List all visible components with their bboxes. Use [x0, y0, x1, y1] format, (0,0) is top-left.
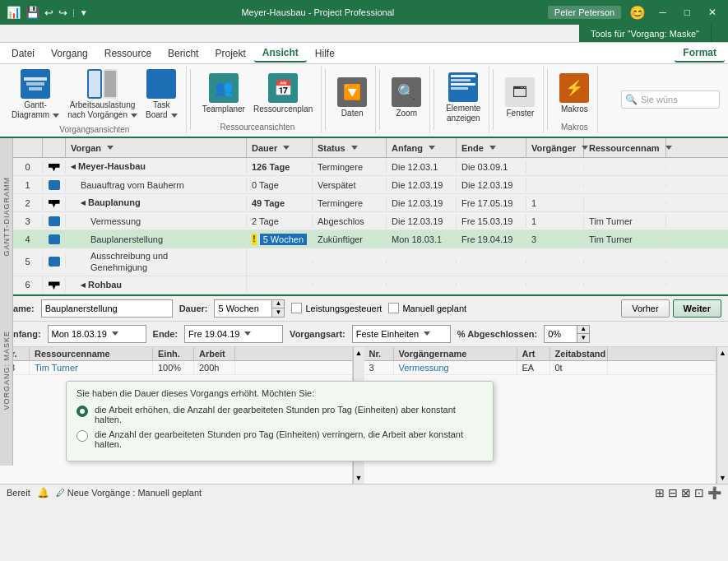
radio-option-1[interactable] [77, 406, 88, 417]
cell-status-3: Abgeschlos [313, 215, 387, 228]
pred-table-header: Nr. Vorgängername Art Zeitabstand [364, 347, 716, 361]
status-icon-3[interactable]: ⊠ [681, 486, 691, 499]
arbeitsauslastung-btn[interactable]: Arbeitsauslastungnach Vorgängen [64, 67, 141, 122]
table-row[interactable]: 3 Vermessung 2 Tage Abgeschlos Die 12.03… [13, 212, 728, 230]
prev-btn[interactable]: Vorher [621, 299, 669, 318]
cell-icon-3 [43, 215, 66, 228]
table-row[interactable]: 0 ◂ Meyer-Hausbau 126 Tage Termingere Di… [13, 158, 728, 176]
menu-bericht[interactable]: Bericht [160, 45, 206, 62]
start-dropdown-icon[interactable] [112, 332, 118, 336]
end-dropdown-icon[interactable] [244, 332, 251, 336]
tooltip-option-2[interactable]: die Anzahl der gearbeiteten Stunden pro … [77, 429, 483, 449]
tools-context-tab[interactable]: Tools für "Vorgang: Maske" [579, 25, 712, 42]
menu-vorgang[interactable]: Vorgang [43, 45, 96, 62]
radio-option-2[interactable] [77, 430, 88, 442]
cb-leistungsgesteuert[interactable] [291, 303, 302, 313]
tooltip-title: Sie haben die Dauer dieses Vorgangs erhö… [77, 388, 483, 398]
elemente-btn[interactable]: Elementeanzeigen [443, 71, 484, 125]
spin-up-abg[interactable]: ▲ [577, 326, 589, 335]
col-header-res[interactable]: Ressourcennam [584, 138, 666, 157]
teamplaner-btn[interactable]: 👥 Teamplaner [199, 72, 248, 116]
col-header-name[interactable]: Vorgan [66, 138, 247, 157]
quick-save[interactable]: 💾 [26, 6, 39, 19]
cell-id-3: 3 [13, 215, 43, 228]
fenster-btn[interactable]: 🗔 Fenster [502, 76, 538, 120]
tooltip-option-1[interactable]: die Arbeit erhöhen, die Anzahl der gearb… [77, 405, 483, 424]
quick-redo[interactable]: ↪ [58, 7, 67, 19]
menu-format[interactable]: Format [675, 44, 725, 63]
close-btn[interactable]: ✕ [703, 5, 721, 20]
manuell-checkbox[interactable]: Manuell geplant [388, 303, 466, 313]
pred-zeitabstand-0: 0t [550, 361, 608, 374]
menu-datei[interactable]: Datei [3, 45, 43, 62]
status-icon-4[interactable]: ⊡ [694, 486, 704, 499]
spin-up[interactable]: ▲ [272, 300, 284, 309]
abgeschlossen-input[interactable] [544, 325, 577, 343]
status-icon-1[interactable]: ⊞ [655, 486, 665, 499]
menu-ansicht[interactable]: Ansicht [254, 44, 307, 63]
cell-pred-0 [526, 165, 584, 169]
emoji-btn[interactable]: 😊 [629, 5, 646, 21]
user-name: Peter Peterson [548, 6, 621, 19]
menu-hilfe[interactable]: Hilfe [307, 45, 343, 62]
cell-res-1 [584, 183, 666, 187]
table-row[interactable]: 2 ◂ Bauplanung 49 Tage Termingere Die 12… [13, 194, 728, 212]
abgeschlossen-spinner[interactable]: ▲ ▼ [577, 325, 590, 343]
daten-buttons: 🔽 Daten [334, 67, 370, 128]
next-btn[interactable]: Weiter [673, 299, 721, 318]
status-icon-5[interactable]: ➕ [707, 486, 721, 499]
search-box[interactable]: 🔍 Sie wüns [621, 90, 720, 109]
gantt-sidebar-label: GANTT-DIAGRAMM [0, 138, 13, 294]
customize-quick-access[interactable]: ▼ [80, 8, 88, 17]
daten-btn[interactable]: 🔽 Daten [334, 76, 370, 120]
table-row[interactable]: 1 Bauauftrag vom Bauherrn 0 Tage Verspät… [13, 176, 728, 194]
cell-dur-6 [247, 283, 313, 286]
cell-pred-1 [526, 183, 584, 187]
col-header-icon[interactable] [43, 138, 66, 157]
makros-btn[interactable]: ⚡ Makros [556, 72, 592, 116]
quick-undo[interactable]: ↩ [44, 7, 53, 19]
col-header-dur[interactable]: Dauer [247, 138, 313, 157]
spin-down-abg[interactable]: ▼ [577, 334, 589, 342]
dur-spinner[interactable]: ▲ ▼ [271, 299, 285, 318]
cell-name-6: ◂ Rohbau [66, 278, 247, 292]
zoom-btn[interactable]: 🔍 Zoom [388, 76, 424, 120]
status-icon-2[interactable]: ⊟ [668, 486, 678, 499]
vorgangsart-dropdown-icon[interactable] [424, 332, 430, 336]
name-input[interactable] [41, 299, 173, 318]
cell-res-4: Tim Turner [584, 233, 666, 246]
warning-icon: ! [252, 234, 257, 245]
col-header-id[interactable] [13, 138, 43, 157]
col-header-pred[interactable]: Vorgänger [526, 138, 584, 157]
ressourceansichten-label: Ressourceansichten [220, 119, 295, 132]
cell-dur-1: 0 Tage [247, 178, 313, 192]
col-header-end[interactable]: Ende [457, 138, 526, 157]
menu-ressource[interactable]: Ressource [96, 45, 160, 62]
table-row[interactable]: 6 ◂ Rohbau [13, 276, 728, 294]
gantt-diagramm-btn[interactable]: Gantt-Diagramm [8, 67, 63, 122]
spin-down[interactable]: ▼ [272, 308, 284, 317]
resource-row[interactable]: 13 Tim Turner 100% 200h [0, 361, 352, 375]
menu-projekt[interactable]: Projekt [206, 45, 253, 62]
dur-input[interactable] [214, 299, 271, 318]
table-row[interactable]: 4 Bauplanerstellung ! 5 Wochen Zukünftig… [13, 230, 728, 248]
gantt-label: Gantt-Diagramm [12, 100, 59, 120]
pred-row[interactable]: 3 Vermessung EA 0t [364, 361, 716, 375]
taskboard-btn[interactable]: TaskBoard [142, 67, 181, 122]
option-1-text: die Arbeit erhöhen, die Anzahl der gearb… [95, 405, 483, 424]
leistungsgesteuert-checkbox[interactable]: Leistungsgesteuert [291, 303, 382, 313]
table-row[interactable]: 5 Ausschreibung undGenehmigung [13, 248, 728, 276]
col-header-status[interactable]: Status [313, 138, 387, 157]
app-icon: 📊 [7, 6, 21, 19]
ribbon-div1 [190, 69, 191, 130]
right-table-scroll[interactable]: ▲ ▼ [716, 347, 728, 484]
res-einh-0: 100% [153, 361, 194, 374]
cell-id-2: 2 [13, 197, 43, 210]
zoom-label: Zoom [396, 109, 417, 118]
pred-col-nr: Nr. [364, 347, 394, 360]
maximize-btn[interactable]: □ [679, 5, 695, 20]
ressourcenplan-btn[interactable]: 📅 Ressourcenplan [250, 72, 316, 116]
cb-manuell[interactable] [388, 303, 399, 313]
col-header-start[interactable]: Anfang [387, 138, 457, 157]
minimize-btn[interactable]: ─ [654, 5, 671, 20]
